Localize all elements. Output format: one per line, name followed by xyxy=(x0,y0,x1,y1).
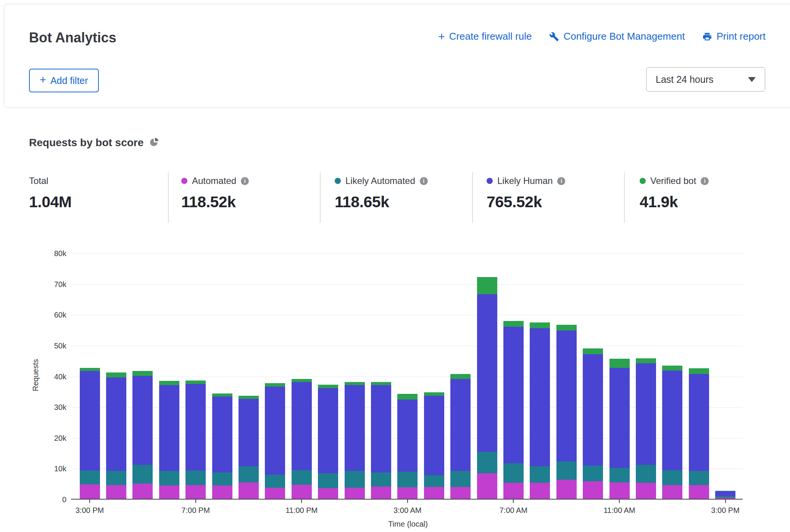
bar[interactable] xyxy=(265,383,285,499)
bar-segment xyxy=(609,359,630,368)
y-axis-tick-label: 0 xyxy=(0,495,66,504)
bar-segment xyxy=(424,475,444,487)
bar-segment xyxy=(106,471,126,485)
bar-segment xyxy=(450,487,471,499)
bar-segment xyxy=(450,379,471,471)
bar[interactable] xyxy=(371,382,391,499)
bar[interactable] xyxy=(530,322,550,499)
bar[interactable] xyxy=(477,277,497,499)
bar[interactable] xyxy=(636,358,656,499)
bar-segment xyxy=(159,385,179,471)
bar-segment xyxy=(371,487,391,499)
bar-segment xyxy=(292,470,312,485)
bot-analytics-page: Bot Analytics + Create firewall rule Con… xyxy=(0,0,790,532)
bar[interactable] xyxy=(503,321,524,499)
plot-area xyxy=(71,253,743,500)
bar-segment xyxy=(292,382,312,470)
bar-segment xyxy=(636,363,656,465)
bar-segment xyxy=(689,374,709,471)
y-axis-tick-label: 10k xyxy=(0,464,66,473)
bar-segment xyxy=(345,488,365,499)
bar-segment xyxy=(609,468,630,482)
x-axis-tick-label: 3:00 AM xyxy=(393,506,421,515)
bar-segment xyxy=(80,368,100,371)
bar-segment xyxy=(265,383,285,387)
bar-segment xyxy=(159,485,179,499)
bar-segment xyxy=(80,471,100,484)
chart: Requests Time (local) 010k20k30k40k50k60… xyxy=(0,0,790,532)
bar-segment xyxy=(292,485,312,499)
bar-segment xyxy=(530,322,550,328)
bar[interactable] xyxy=(583,348,603,499)
bar-segment xyxy=(212,485,232,499)
bar-segment xyxy=(239,482,259,499)
bar-segment xyxy=(185,380,206,384)
x-axis-tick xyxy=(407,500,408,503)
bar-segment xyxy=(450,471,471,487)
bar[interactable] xyxy=(689,368,709,499)
bar-segment xyxy=(292,379,312,382)
y-axis-tick-label: 20k xyxy=(0,434,66,442)
bar-segment xyxy=(636,465,656,483)
bar-segment xyxy=(106,372,126,377)
bar-segment xyxy=(662,366,682,371)
bar[interactable] xyxy=(397,394,418,499)
bar[interactable] xyxy=(715,491,735,499)
bar[interactable] xyxy=(556,325,577,499)
bar-segment xyxy=(80,484,100,499)
bar[interactable] xyxy=(212,393,232,499)
bar-segment xyxy=(239,399,259,466)
bar-segment xyxy=(371,385,391,472)
bar-segment xyxy=(503,321,524,327)
bar-segment xyxy=(424,487,444,499)
bar-segment xyxy=(345,385,365,471)
y-axis-tick-label: 40k xyxy=(0,372,66,381)
y-axis-tick-label: 60k xyxy=(0,311,66,319)
bar-segment xyxy=(556,330,577,461)
bar-segment xyxy=(106,485,126,499)
x-axis-tick-label: 3:00 PM xyxy=(711,506,739,515)
bar[interactable] xyxy=(345,382,365,499)
y-axis-tick-label: 70k xyxy=(0,280,66,289)
y-axis-tick-label: 50k xyxy=(0,341,66,350)
bar-segment xyxy=(477,452,497,473)
bar-segment xyxy=(636,483,656,499)
bar[interactable] xyxy=(80,368,100,499)
bar[interactable] xyxy=(662,366,682,499)
bar-segment xyxy=(265,475,285,488)
bar[interactable] xyxy=(159,381,179,499)
bar-segment xyxy=(503,327,524,464)
x-axis-title: Time (local) xyxy=(388,520,428,529)
bar-segment xyxy=(212,393,232,397)
bar-segment xyxy=(662,371,682,470)
bar-segment xyxy=(106,377,126,471)
bar[interactable] xyxy=(424,392,444,499)
bar-segment xyxy=(212,472,232,485)
bar-segment xyxy=(556,325,577,330)
bar-segment xyxy=(689,368,709,374)
bar-segment xyxy=(636,358,656,364)
x-axis-line xyxy=(71,499,743,500)
bar-segment xyxy=(556,480,577,499)
y-axis-tick-label: 30k xyxy=(0,403,66,412)
bar-segment xyxy=(318,488,338,499)
x-axis-tick xyxy=(89,500,90,503)
bar[interactable] xyxy=(239,396,259,499)
bar-segment xyxy=(185,384,206,471)
y-axis-tick-label: 80k xyxy=(0,249,66,258)
bar[interactable] xyxy=(185,380,206,499)
bar-segment xyxy=(715,491,735,496)
bar[interactable] xyxy=(450,374,471,499)
bar-segment xyxy=(212,397,232,472)
bar[interactable] xyxy=(106,372,126,499)
bar[interactable] xyxy=(292,379,312,499)
bar-segment xyxy=(477,277,497,294)
bar-segment xyxy=(530,466,550,483)
bar-segment xyxy=(609,482,630,499)
bar[interactable] xyxy=(609,359,630,499)
bar-segment xyxy=(450,374,471,379)
bar-segment xyxy=(239,466,259,482)
bar[interactable] xyxy=(318,385,338,499)
bar[interactable] xyxy=(132,371,153,499)
bar-segment xyxy=(345,382,365,385)
